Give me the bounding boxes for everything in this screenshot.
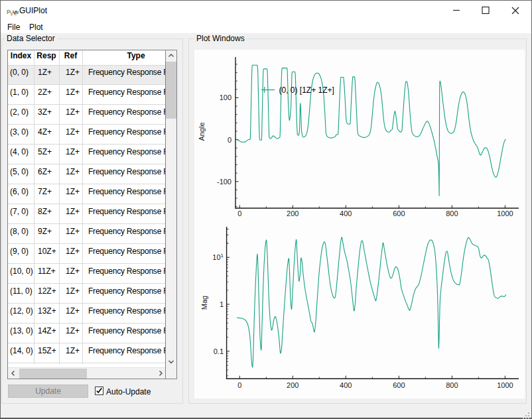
svg-text:200: 200 bbox=[287, 210, 299, 217]
svg-text:0: 0 bbox=[237, 210, 241, 217]
svg-text:Angle: Angle bbox=[198, 122, 206, 141]
svg-text:101: 101 bbox=[212, 253, 224, 261]
svg-text:0: 0 bbox=[237, 381, 241, 389]
svg-text:-100: -100 bbox=[217, 178, 232, 186]
svg-text:800: 800 bbox=[446, 381, 458, 389]
svg-text:0: 0 bbox=[228, 136, 232, 144]
svg-text:100: 100 bbox=[220, 93, 232, 101]
svg-text:400: 400 bbox=[340, 381, 352, 389]
svg-text:1: 1 bbox=[220, 300, 224, 308]
svg-text:0.1: 0.1 bbox=[214, 347, 224, 355]
svg-text:400: 400 bbox=[340, 210, 352, 217]
svg-text:800: 800 bbox=[446, 210, 458, 217]
svg-text:Mag: Mag bbox=[200, 296, 208, 310]
svg-text:1000: 1000 bbox=[497, 381, 513, 389]
svg-text:1000: 1000 bbox=[497, 210, 513, 217]
svg-text:200: 200 bbox=[287, 381, 299, 389]
svg-text:600: 600 bbox=[393, 210, 405, 217]
svg-text:(0, 0) [1Z+ 1Z+]: (0, 0) [1Z+ 1Z+] bbox=[279, 86, 334, 95]
svg-text:600: 600 bbox=[393, 381, 405, 389]
svg-text:a: a bbox=[14, 11, 17, 16]
